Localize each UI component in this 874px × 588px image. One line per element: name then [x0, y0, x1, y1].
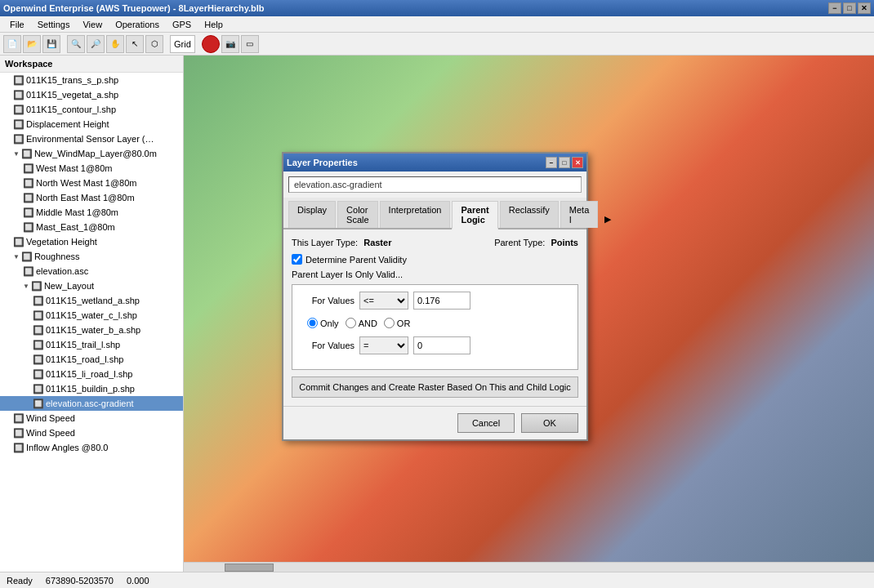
polygon-button[interactable]: ⬡	[145, 35, 163, 53]
layer-icon: 🔲	[23, 163, 34, 174]
sidebar-item-trail[interactable]: 🔲 011K15_trail_l.shp	[0, 337, 183, 352]
radio-and: AND	[346, 318, 377, 328]
determine-parent-validity-row: Determine Parent Validity	[292, 254, 578, 265]
radio-or-input[interactable]	[384, 318, 395, 328]
layer-icon: 🔲	[13, 89, 25, 100]
valid-constraint-box: For Values <= < = > >= != Only	[292, 284, 578, 370]
layer-icon: 🔲	[13, 118, 25, 130]
dialog-title: Layer Properties	[287, 158, 358, 167]
tab-color-scale[interactable]: Color Scale	[337, 201, 378, 228]
determine-parent-checkbox[interactable]	[292, 254, 302, 265]
tab-arrow[interactable]: ▶	[600, 198, 616, 228]
sidebar-item-wetland[interactable]: 🔲 011K15_wetland_a.shp	[0, 293, 183, 308]
scrollbar-thumb[interactable]	[225, 564, 274, 572]
layer-icon: 🔲	[33, 398, 44, 409]
menu-settings[interactable]: Settings	[31, 18, 77, 31]
sidebar-item-buildin[interactable]: 🔲 011K15_buildin_p.shp	[0, 381, 183, 396]
radio-and-input[interactable]	[346, 318, 356, 328]
sidebar-item-li-road[interactable]: 🔲 011K15_li_road_l.shp	[0, 367, 183, 381]
new-button[interactable]: 📄	[3, 35, 21, 53]
layer-type-label: This Layer Type: Raster	[292, 238, 391, 247]
dialog-content: This Layer Type: Raster Parent Type: Poi…	[283, 229, 586, 406]
commit-button[interactable]: Commit Changes and Create Raster Based O…	[292, 376, 578, 398]
sidebar-item-elevation-gradient[interactable]: 🔲 elevation.asc-gradient	[0, 396, 183, 411]
sidebar-item-west-mast[interactable]: 🔲 West Mast 1@80m	[0, 161, 183, 176]
layer-icon: 🔲	[13, 427, 25, 439]
sidebar-item-nw-mast[interactable]: 🔲 North West Mast 1@80m	[0, 176, 183, 190]
layer-icon: 🔲	[33, 383, 44, 394]
roughness-label: Roughness	[34, 252, 80, 261]
horizontal-scrollbar[interactable]	[184, 562, 874, 572]
title-bar-buttons: − □ ✕	[828, 2, 871, 14]
menu-gps[interactable]: GPS	[166, 18, 198, 31]
menu-operations[interactable]: Operations	[109, 18, 166, 31]
tab-meta[interactable]: Meta I	[560, 201, 598, 228]
sidebar-item-elevation[interactable]: 🔲 elevation.asc	[0, 264, 183, 278]
layer-properties-dialog: Layer Properties − □ ✕ elevation.asc-gra…	[282, 152, 588, 441]
for-values-row-1: For Values <= < = > >= !=	[299, 292, 571, 310]
value-input-1[interactable]	[413, 292, 470, 310]
zoom-out-button[interactable]: 🔎	[87, 35, 105, 53]
sidebar-item-water-b[interactable]: 🔲 011K15_water_b_a.shp	[0, 323, 183, 337]
layer-icon: 🔲	[33, 354, 44, 365]
operator-select-1[interactable]: <= < = > >= !=	[359, 292, 408, 310]
sidebar-item-inflow-angles[interactable]: 🔲 Inflow Angles @80.0	[0, 440, 183, 455]
sidebar-item-011k15-vegetat[interactable]: 🔲 011K15_vegetat_a.shp	[0, 87, 183, 102]
tab-display[interactable]: Display	[288, 201, 336, 228]
tab-reclassify[interactable]: Reclassify	[500, 201, 559, 228]
sidebar-item-011k15-contour[interactable]: 🔲 011K15_contour_l.shp	[0, 102, 183, 117]
minimize-button[interactable]: −	[828, 2, 841, 14]
layer-icon: 🔲	[33, 324, 44, 336]
close-button[interactable]: ✕	[858, 2, 871, 14]
sidebar-item-east-mast[interactable]: 🔲 Mast_East_1@80m	[0, 220, 183, 234]
operator-select-2[interactable]: = <= < > >= !=	[359, 336, 408, 354]
sidebar-item-roughness[interactable]: ▼ 🔲 Roughness	[0, 249, 183, 264]
sidebar-item-wind-speed-2[interactable]: 🔲 Wind Speed	[0, 425, 183, 440]
tab-interpretation[interactable]: Interpretation	[380, 201, 451, 228]
sidebar-item-ne-mast[interactable]: 🔲 North East Mast 1@80m	[0, 190, 183, 205]
menu-help[interactable]: Help	[198, 18, 230, 31]
layer-icon: 🔲	[23, 192, 34, 203]
sidebar-item-011k15-trans[interactable]: 🔲 011K15_trans_s_p.shp	[0, 73, 183, 87]
layer-icon: 🔲	[33, 339, 44, 350]
sidebar-item-sensor[interactable]: 🔲 Environmental Sensor Layer (011K15_bui…	[0, 131, 183, 146]
sidebar-item-displacement[interactable]: 🔲 Displacement Height	[0, 117, 183, 131]
dialog-close-button[interactable]: ✕	[572, 157, 583, 168]
open-button[interactable]: 📂	[23, 35, 41, 53]
save-button[interactable]: 💾	[42, 35, 60, 53]
layer-icon: 🔲	[13, 442, 25, 453]
ok-button[interactable]: OK	[521, 413, 578, 433]
pan-button[interactable]: ✋	[106, 35, 124, 53]
layer-icon: 🔲	[33, 310, 44, 321]
sidebar-item-wind-speed-1[interactable]: 🔲 Wind Speed	[0, 411, 183, 425]
layer-icon: 🔲	[21, 251, 33, 262]
layer-icon: 🔲	[13, 74, 25, 86]
grid-label: Grid	[170, 35, 195, 53]
camera-button[interactable]: 📷	[221, 35, 239, 53]
menu-file[interactable]: File	[3, 18, 31, 31]
tab-parent-logic[interactable]: Parent Logic	[452, 201, 497, 229]
radio-or-label: OR	[397, 318, 411, 328]
zoom-in-button[interactable]: 🔍	[67, 35, 85, 53]
sidebar-item-veg-height[interactable]: 🔲 Vegetation Height	[0, 234, 183, 249]
determine-parent-label: Determine Parent Validity	[305, 255, 407, 265]
maximize-button[interactable]: □	[843, 2, 856, 14]
layer-icon: 🔲	[23, 207, 34, 218]
radio-only-input[interactable]	[307, 318, 318, 328]
cancel-button[interactable]: Cancel	[457, 413, 515, 433]
select-button[interactable]: ↖	[126, 35, 144, 53]
box-button[interactable]: ▭	[241, 35, 259, 53]
sidebar-item-water-c[interactable]: 🔲 011K15_water_c_l.shp	[0, 308, 183, 323]
layer-icon: 🔲	[33, 295, 44, 306]
sidebar-item-middle-mast[interactable]: 🔲 Middle Mast 1@80m	[0, 205, 183, 220]
workspace-header: Workspace	[0, 56, 183, 73]
dialog-minimize-button[interactable]: −	[546, 157, 557, 168]
menu-bar: File Settings View Operations GPS Help	[0, 16, 874, 33]
sidebar-item-road[interactable]: 🔲 011K15_road_l.shp	[0, 352, 183, 367]
value-input-2[interactable]	[413, 336, 470, 354]
sidebar-item-new-layout[interactable]: ▼ 🔲 New_Layout	[0, 278, 183, 293]
record-button[interactable]	[202, 35, 220, 53]
sidebar-item-windmap[interactable]: ▼ 🔲 New_WindMap_Layer@80.0m	[0, 146, 183, 161]
menu-view[interactable]: View	[76, 18, 109, 31]
dialog-maximize-button[interactable]: □	[559, 157, 570, 168]
